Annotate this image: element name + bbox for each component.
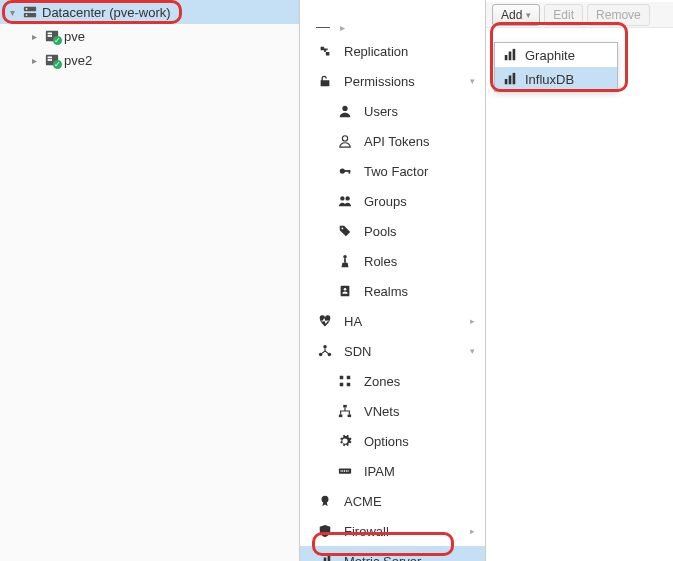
person-icon	[336, 254, 354, 268]
bar-chart-icon	[316, 554, 334, 561]
config-menu: — ▸ Replication Permissions ▾ Users API …	[300, 0, 486, 561]
heartbeat-icon	[316, 314, 334, 328]
svg-point-38	[322, 496, 329, 503]
svg-rect-28	[347, 383, 351, 387]
edit-button[interactable]: Edit	[544, 4, 583, 26]
svg-point-15	[340, 196, 344, 200]
menu-permissions[interactable]: Permissions ▾	[300, 66, 485, 96]
menu-zones[interactable]: Zones	[300, 366, 485, 396]
tree-datacenter-label: Datacenter (pve-work)	[42, 5, 171, 20]
dropdown-influxdb[interactable]: InfluxDB	[495, 67, 617, 91]
resource-tree: ▾ Datacenter (pve-work) ▸ pve ▸ pve2	[0, 0, 300, 561]
svg-rect-34	[342, 470, 343, 472]
svg-rect-36	[346, 470, 347, 472]
svg-point-22	[323, 345, 327, 349]
tree-node-pve2[interactable]: ▸ pve2	[0, 48, 299, 72]
svg-rect-35	[344, 470, 345, 472]
users-icon	[336, 194, 354, 208]
key-icon	[336, 164, 354, 178]
ip-icon	[336, 464, 354, 478]
tree-datacenter[interactable]: ▾ Datacenter (pve-work)	[0, 0, 299, 24]
network-icon	[316, 344, 334, 358]
svg-point-2	[26, 8, 28, 10]
svg-rect-31	[348, 415, 352, 418]
tree-node-pve[interactable]: ▸ pve	[0, 24, 299, 48]
menu-metric-server[interactable]: Metric Server	[300, 546, 485, 561]
chevron-right-icon: ▸	[470, 526, 475, 536]
replication-icon	[316, 44, 334, 58]
svg-point-17	[342, 228, 344, 230]
menu-realms[interactable]: Realms	[300, 276, 485, 306]
svg-rect-41	[328, 555, 331, 561]
svg-rect-40	[324, 558, 327, 562]
remove-button[interactable]: Remove	[587, 4, 650, 26]
certificate-icon	[316, 494, 334, 508]
content-toolbar: Add ▾ Edit Remove	[486, 2, 673, 28]
chevron-down-icon: ▾	[470, 346, 475, 356]
menu-api-tokens[interactable]: API Tokens	[300, 126, 485, 156]
sitemap-icon	[336, 404, 354, 418]
server-rack-icon	[22, 5, 38, 19]
chevron-down-icon[interactable]: ▾	[6, 7, 18, 18]
menu-collapse-toggle[interactable]: — ▸	[300, 16, 485, 36]
svg-rect-42	[505, 55, 508, 60]
svg-rect-33	[341, 470, 342, 472]
grid-icon	[336, 374, 354, 388]
svg-rect-29	[343, 405, 347, 408]
svg-rect-19	[344, 258, 346, 262]
menu-firewall[interactable]: Firewall ▸	[300, 516, 485, 546]
svg-rect-44	[513, 49, 516, 60]
menu-two-factor[interactable]: Two Factor	[300, 156, 485, 186]
menu-vnets[interactable]: VNets	[300, 396, 485, 426]
svg-rect-27	[340, 383, 344, 387]
chevron-right-icon: ▸	[470, 316, 475, 326]
svg-point-16	[345, 196, 349, 200]
shield-icon	[316, 524, 334, 538]
bar-chart-icon	[503, 48, 519, 62]
tree-node-label: pve	[64, 29, 85, 44]
menu-groups[interactable]: Groups	[300, 186, 485, 216]
svg-rect-14	[349, 170, 351, 174]
menu-ha[interactable]: HA ▸	[300, 306, 485, 336]
svg-rect-30	[339, 415, 343, 418]
menu-roles[interactable]: Roles	[300, 246, 485, 276]
add-button[interactable]: Add ▾	[492, 4, 540, 26]
chevron-down-icon: ▾	[470, 76, 475, 86]
svg-point-11	[342, 136, 347, 141]
chevron-down-icon: ▾	[526, 10, 531, 20]
gear-icon	[336, 434, 354, 448]
chevron-right-icon: ▸	[340, 22, 345, 33]
svg-rect-25	[340, 376, 344, 380]
menu-users[interactable]: Users	[300, 96, 485, 126]
svg-rect-43	[509, 52, 512, 61]
bar-chart-icon	[503, 72, 519, 86]
svg-rect-47	[513, 73, 516, 84]
svg-rect-9	[48, 59, 52, 61]
tags-icon	[336, 224, 354, 238]
svg-point-3	[26, 14, 28, 16]
svg-rect-8	[48, 57, 52, 59]
chevron-right-icon[interactable]: ▸	[28, 31, 40, 42]
svg-rect-46	[509, 76, 512, 85]
tree-node-label: pve2	[64, 53, 92, 68]
svg-rect-20	[341, 286, 350, 297]
menu-pools[interactable]: Pools	[300, 216, 485, 246]
svg-rect-26	[347, 376, 351, 380]
menu-sdn[interactable]: SDN ▾	[300, 336, 485, 366]
chevron-right-icon[interactable]: ▸	[28, 55, 40, 66]
menu-ipam[interactable]: IPAM	[300, 456, 485, 486]
user-icon	[336, 104, 354, 118]
svg-rect-45	[505, 79, 508, 84]
unlock-icon	[316, 74, 334, 88]
add-dropdown-menu: Graphite InfluxDB	[494, 42, 618, 92]
address-book-icon	[336, 284, 354, 298]
svg-rect-6	[48, 35, 52, 37]
svg-point-18	[343, 255, 347, 259]
dropdown-graphite[interactable]: Graphite	[495, 43, 617, 67]
menu-acme[interactable]: ACME	[300, 486, 485, 516]
svg-point-21	[344, 288, 347, 291]
menu-options[interactable]: Options	[300, 426, 485, 456]
svg-point-10	[342, 106, 347, 111]
svg-rect-37	[348, 470, 349, 472]
menu-replication[interactable]: Replication	[300, 36, 485, 66]
